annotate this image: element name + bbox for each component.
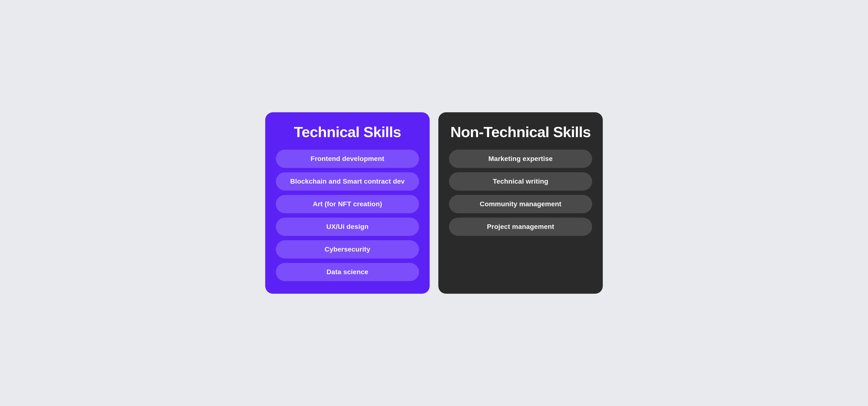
skill-item-project-management: Project management (449, 217, 592, 236)
skill-item-data-science: Data science (276, 263, 419, 281)
technical-skills-title: Technical Skills (276, 124, 419, 140)
skill-label-blockchain: Blockchain and Smart contract dev (290, 177, 405, 185)
skill-item-cybersecurity: Cybersecurity (276, 240, 419, 259)
skill-item-blockchain: Blockchain and Smart contract dev (276, 172, 419, 191)
skill-label-data-science: Data science (327, 268, 368, 276)
skill-item-ux-design: UX/Ui design (276, 217, 419, 236)
technical-skills-card: Technical Skills Frontend development Bl… (265, 112, 430, 294)
skill-item-technical-writing: Technical writing (449, 172, 592, 191)
skill-item-frontend: Frontend development (276, 149, 419, 168)
skill-label-frontend: Frontend development (311, 155, 384, 162)
skill-label-ux-design: UX/Ui design (326, 223, 368, 230)
skill-label-community-management: Community management (480, 200, 562, 208)
nontechnical-skills-title: Non-Technical Skills (449, 124, 592, 140)
skill-label-project-management: Project management (487, 223, 554, 230)
skill-item-art: Art (for NFT creation) (276, 195, 419, 213)
nontechnical-skills-card: Non-Technical Skills Marketing expertise… (438, 112, 603, 294)
skill-item-marketing: Marketing expertise (449, 149, 592, 168)
skill-label-art: Art (for NFT creation) (313, 200, 382, 208)
skill-label-technical-writing: Technical writing (493, 177, 548, 185)
skill-label-cybersecurity: Cybersecurity (324, 245, 370, 253)
skill-item-community-management: Community management (449, 195, 592, 213)
skill-label-marketing: Marketing expertise (489, 155, 553, 162)
technical-skills-list: Frontend development Blockchain and Smar… (276, 149, 419, 281)
main-container: Technical Skills Frontend development Bl… (265, 112, 603, 294)
nontechnical-skills-list: Marketing expertise Technical writing Co… (449, 149, 592, 236)
